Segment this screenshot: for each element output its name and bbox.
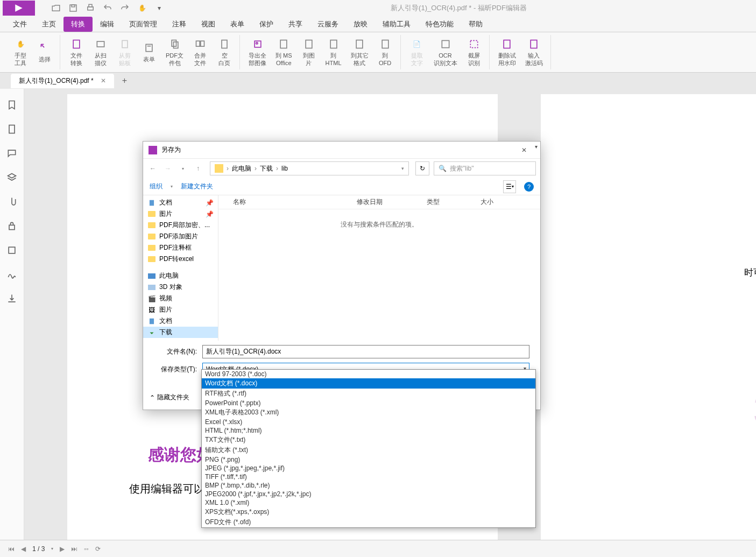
ribbon-toofd[interactable]: 到 OFD xyxy=(375,36,396,68)
hide-folders-link[interactable]: ⌃ 隐藏文件夹 xyxy=(150,393,189,402)
menu-protect[interactable]: 保护 xyxy=(252,17,281,32)
tree-video[interactable]: 🎬视频 xyxy=(143,293,218,304)
dropdown-item[interactable]: XML 1.0 (*.xml) xyxy=(202,498,535,507)
dialog-close-button[interactable]: ✕ xyxy=(513,142,535,158)
dropdown-item[interactable]: HTML (*.htm;*.html) xyxy=(202,426,535,435)
tree-docs2[interactable]: 文档 xyxy=(143,315,218,327)
nav-path[interactable]: › 此电脑 › 下载 › lib ▾ xyxy=(210,161,409,175)
security-icon[interactable] xyxy=(6,221,17,231)
ribbon-tomsoffice[interactable]: 到 MS Office xyxy=(272,36,295,68)
ribbon-extract[interactable]: 📄提取 文字 xyxy=(406,36,428,68)
tree-pdfexcel[interactable]: PDF转excel xyxy=(143,253,218,265)
first-page-icon[interactable]: ⏮ xyxy=(8,545,15,553)
tree-pdfaddimg[interactable]: PDF添加图片 xyxy=(143,231,218,242)
export-icon[interactable] xyxy=(6,293,17,304)
menu-play[interactable]: 放映 xyxy=(346,17,375,32)
print-icon[interactable] xyxy=(86,3,95,13)
signature-icon[interactable] xyxy=(6,269,17,280)
path-lib[interactable]: lib xyxy=(281,165,288,172)
dropdown-item[interactable]: Excel (*.xlsx) xyxy=(202,418,535,426)
tree-download[interactable]: 下载 xyxy=(143,327,218,338)
ribbon-clip[interactable]: 从剪 贴板 xyxy=(114,36,136,68)
tab-add-icon[interactable]: + xyxy=(122,76,127,86)
document-tab[interactable]: 新人引导(1)_OCR(4).pdf * ✕ xyxy=(11,74,114,88)
col-type[interactable]: 类型 xyxy=(427,198,481,207)
tree-thispc[interactable]: 此电脑 xyxy=(143,270,218,281)
dropdown-item[interactable]: 辅助文本 (*.txt) xyxy=(202,445,535,455)
nav-up-icon[interactable]: ↑ xyxy=(193,163,203,174)
next-page-icon[interactable]: ▶ xyxy=(60,545,65,553)
ribbon-input[interactable]: 输入 激活码 xyxy=(522,36,546,68)
ribbon-ocr[interactable]: OCR 识别文本 xyxy=(430,36,461,68)
fields-icon[interactable] xyxy=(6,245,17,256)
save-icon[interactable] xyxy=(68,3,78,13)
view-mode-button[interactable]: ☰▾ xyxy=(503,180,516,193)
bookmark-icon[interactable] xyxy=(6,100,17,110)
hand-icon[interactable]: ✋ xyxy=(137,3,147,13)
col-size[interactable]: 大小 xyxy=(481,198,513,207)
nav-refresh-button[interactable]: ↻ xyxy=(415,161,429,175)
dropdown-item[interactable]: XML电子表格2003 (*.xml) xyxy=(202,407,535,418)
ribbon-toother[interactable]: 到其它 格式 xyxy=(348,36,372,68)
ribbon-blank[interactable]: 空 白页 xyxy=(214,36,235,68)
path-thispc[interactable]: 此电脑 xyxy=(232,164,251,173)
page-indicator[interactable]: 1 / 3 xyxy=(32,545,45,553)
ribbon-screen[interactable]: 截屏 识别 xyxy=(463,36,485,68)
ribbon-tohtml[interactable]: 到 HTML xyxy=(322,36,345,68)
menu-page[interactable]: 页面管理 xyxy=(122,17,165,32)
last-page-icon[interactable]: ⏭ xyxy=(71,545,77,553)
newfolder-link[interactable]: 新建文件夹 xyxy=(181,182,213,191)
menu-special[interactable]: 特色功能 xyxy=(418,17,461,32)
more-icon[interactable]: ▾ xyxy=(154,3,164,13)
menu-cloud[interactable]: 云服务 xyxy=(310,17,346,32)
ribbon-toimage[interactable]: 到图 片 xyxy=(298,36,320,68)
ribbon-scan[interactable]: 从扫 描仪 xyxy=(90,36,111,68)
dropdown-item[interactable]: TIFF (*.tiff,*.tif) xyxy=(202,473,535,481)
menu-share[interactable]: 共享 xyxy=(281,17,310,32)
open-icon[interactable] xyxy=(51,3,61,13)
tree-pics[interactable]: 图片📌 xyxy=(143,208,218,220)
pages-icon[interactable] xyxy=(6,124,17,135)
tree-pdfannotate[interactable]: PDF注释框 xyxy=(143,242,218,253)
dropdown-item[interactable]: JPEG (*.jpg,*.jpeg,*.jpe,*.jif) xyxy=(202,464,535,473)
menu-home[interactable]: 主页 xyxy=(34,17,63,32)
prev-page-icon[interactable]: ◀ xyxy=(21,545,26,553)
help-button[interactable]: ? xyxy=(524,182,534,192)
comment-icon[interactable] xyxy=(6,148,17,159)
menu-view[interactable]: 视图 xyxy=(194,17,223,32)
undo-icon[interactable] xyxy=(103,3,112,13)
redo-icon[interactable] xyxy=(120,3,130,13)
rotate-icon[interactable]: ⟳ xyxy=(95,545,101,553)
ribbon-select[interactable]: 选择 xyxy=(34,40,55,65)
nav-back-icon[interactable]: ← xyxy=(147,163,158,174)
ribbon-exportall[interactable]: 导出全 部图像 xyxy=(245,36,270,68)
layers-icon[interactable] xyxy=(6,172,17,183)
attachment-icon[interactable] xyxy=(6,196,17,207)
nav-search-input[interactable]: 🔍 搜索"lib" xyxy=(434,161,536,175)
dropdown-item[interactable]: OFD文件 (*.ofd) xyxy=(202,517,535,527)
dropdown-item[interactable]: PowerPoint (*.pptx) xyxy=(202,399,535,407)
ribbon-hand[interactable]: ✋手型 工具 xyxy=(10,36,31,68)
organize-link[interactable]: 组织 xyxy=(150,182,162,191)
tree-docs[interactable]: 文档📌 xyxy=(143,197,218,208)
view-mode-icon[interactable]: ▫▫ xyxy=(84,545,89,553)
menu-edit[interactable]: 编辑 xyxy=(93,17,122,32)
menu-file[interactable]: 文件 xyxy=(5,17,34,32)
ribbon-delwater[interactable]: 删除试 用水印 xyxy=(495,36,519,68)
dropdown-item[interactable]: Word文档 (*.docx) xyxy=(202,378,535,389)
tab-close-icon[interactable]: ✕ xyxy=(101,77,106,84)
menu-assist[interactable]: 辅助工具 xyxy=(375,17,418,32)
menu-convert[interactable]: 转换 xyxy=(63,17,93,32)
path-download[interactable]: 下载 xyxy=(260,164,273,173)
dropdown-item[interactable]: XPS文档(*.xps,*.oxps) xyxy=(202,507,535,517)
dropdown-item[interactable]: Word 97-2003 (*.doc) xyxy=(202,370,535,378)
dropdown-item[interactable]: PNG (*.png) xyxy=(202,455,535,464)
col-date[interactable]: 修改日期 xyxy=(357,198,427,207)
menu-annotate[interactable]: 注释 xyxy=(165,17,194,32)
col-name[interactable]: 名称 xyxy=(233,198,357,207)
nav-dropdown-icon[interactable]: ▾ xyxy=(178,163,188,174)
filename-input[interactable]: 新人引导(1)_OCR(4).docx▾ xyxy=(202,345,529,358)
ribbon-form[interactable]: 表单 xyxy=(138,40,160,65)
menu-help[interactable]: 帮助 xyxy=(461,17,490,32)
tree-pics2[interactable]: 🖼图片 xyxy=(143,304,218,315)
